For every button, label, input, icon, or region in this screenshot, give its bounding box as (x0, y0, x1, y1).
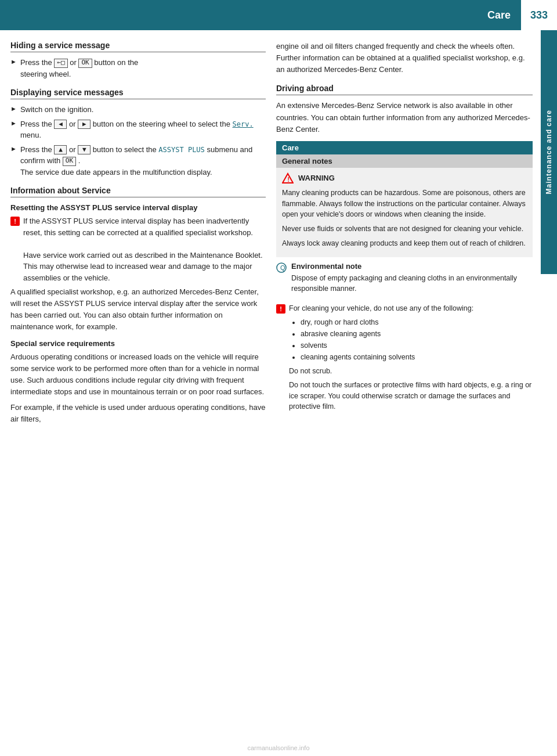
displaying-item3-note: The service due date appears in the mult… (20, 168, 212, 177)
header-bar: Care 333 (0, 0, 557, 30)
special-subtitle: Special service requirements (10, 339, 266, 348)
section-hiding-title: Hiding a service message (10, 41, 266, 52)
warning-triangle-icon: ! (282, 172, 294, 184)
displaying-item3-end: . (78, 156, 81, 165)
left-column: Hiding a service message ► Press the ←□ … (10, 41, 266, 429)
cleaning-text3: Do not touch the surfaces or protective … (289, 380, 533, 412)
env-body: Dispose of empty packaging and cleaning … (291, 273, 533, 295)
resetting-warn1-content: If the ASSYST PLUS service interval disp… (23, 217, 253, 237)
displaying-item3-mid: button to select the (93, 145, 158, 154)
header-right: Care 333 (477, 0, 557, 30)
key-up: ▲ (54, 145, 67, 154)
driving-abroad-title: Driving abroad (276, 84, 533, 95)
list-item-2: abrasive cleaning agents (301, 328, 533, 340)
displaying-item2: Press the ◀ or ▶ button on the steering … (20, 118, 266, 141)
info-para1: A qualified specialist workshop, e.g. an… (10, 286, 266, 333)
serv-label: Serv. (233, 120, 254, 128)
general-notes-header: General notes (276, 154, 533, 168)
header-page-num: 333 (521, 0, 557, 30)
right-column: engine oil and oil filters changed frequ… (276, 41, 533, 429)
displaying-item3: Press the ▲ or ▼ button to select the AS… (20, 144, 266, 178)
key-right: ▶ (78, 120, 91, 129)
svg-text:!: ! (288, 177, 290, 183)
hiding-bullet: ► Press the ←□ or OK button on thesteeri… (10, 57, 266, 80)
key-down: ▼ (78, 145, 91, 154)
assyst-label: ASSYST PLUS (158, 146, 204, 154)
care-box-header: Care (276, 141, 533, 154)
displaying-bullet-1: ► Switch on the ignition. (10, 104, 266, 116)
resetting-warn1: ! If the ASSYST PLUS service interval di… (10, 215, 266, 283)
warn-icon-1: ! (10, 217, 20, 226)
displaying-item2-end: menu. (20, 131, 41, 139)
cleaning-warn: ! For cleaning your vehicle, do not use … (276, 303, 533, 416)
list-item-4: cleaning agents containing solvents (301, 351, 533, 363)
arrow-icon: ► (10, 58, 17, 65)
arrow-icon-2: ► (10, 105, 17, 112)
or-text-3: or (69, 145, 78, 154)
env-content: Environmental note Dispose of empty pack… (291, 262, 533, 299)
special-para1: Arduous operating conditions or increase… (10, 351, 266, 398)
side-tab-label: Maintenance and care (545, 110, 553, 194)
list-item-1: dry, rough or hard cloths (301, 316, 533, 328)
side-tab: Maintenance and care (541, 30, 557, 274)
displaying-bullet-3: ► Press the ▲ or ▼ button to select the … (10, 144, 266, 178)
intro-para: engine oil and oil filters changed frequ… (276, 41, 533, 75)
resetting-warn1-text: If the ASSYST PLUS service interval disp… (23, 215, 266, 283)
warning-body3: Always lock away cleaning products and k… (282, 238, 527, 249)
section-info-title: Information about Service (10, 186, 266, 197)
displaying-item1: Switch on the ignition. (20, 104, 266, 116)
press-the: Press the (20, 58, 52, 67)
key-left: ◀ (54, 120, 67, 129)
section-displaying-title: Displaying service messages (10, 88, 266, 99)
warning-header: ! WARNING (282, 172, 527, 184)
or-text-1: or (70, 58, 78, 67)
warning-label: WARNING (298, 174, 335, 182)
cleaning-list: dry, rough or hard cloths abrasive clean… (301, 316, 533, 363)
svg-text:Q: Q (280, 264, 285, 271)
warning-body1: Many cleaning products can be hazardous.… (282, 188, 527, 220)
key-back: ←□ (54, 59, 67, 68)
content-area: Hiding a service message ► Press the ←□ … (0, 30, 541, 440)
or-text-2: or (69, 120, 78, 128)
cleaning-text1: For cleaning your vehicle, do not use an… (289, 303, 533, 314)
special-para2: For example, if the vehicle is used unde… (10, 402, 266, 425)
env-icon: Q (276, 262, 287, 273)
press-the-3: Press the (20, 145, 52, 154)
cleaning-text2: Do not scrub. (289, 366, 533, 377)
hiding-content: Press the ←□ or OK button on thesteering… (20, 57, 266, 80)
displaying-item2-mid: button on the steering wheel to select t… (93, 120, 233, 128)
resetting-warn2-content: Have service work carried out as describ… (23, 251, 263, 282)
arrow-icon-4: ► (10, 145, 17, 152)
key-ok: OK (78, 59, 92, 68)
care-body: ! WARNING Many cleaning products can be … (276, 168, 533, 257)
cleaning-content: For cleaning your vehicle, do not use an… (289, 303, 533, 416)
env-label: Environmental note (291, 262, 361, 271)
press-the-2: Press the (20, 120, 52, 128)
displaying-bullet-2: ► Press the ◀ or ▶ button on the steerin… (10, 118, 266, 141)
warn-icon-2: ! (276, 304, 285, 314)
arrow-icon-3: ► (10, 120, 17, 127)
driving-abroad-para: An extensive Mercedes-Benz Service netwo… (276, 100, 533, 135)
key-ok-2: OK (63, 157, 76, 166)
resetting-subtitle: Resetting the ASSYST PLUS service interv… (10, 203, 266, 212)
warning-body2: Never use fluids or solvents that are no… (282, 224, 527, 235)
watermark: carmanualsonline.info (247, 744, 309, 751)
header-care-label: Care (477, 0, 521, 30)
care-box: Care General notes ! WARNING Many cleani… (276, 141, 533, 257)
list-item-3: solvents (301, 340, 533, 351)
env-note: Q Environmental note Dispose of empty pa… (276, 262, 533, 299)
